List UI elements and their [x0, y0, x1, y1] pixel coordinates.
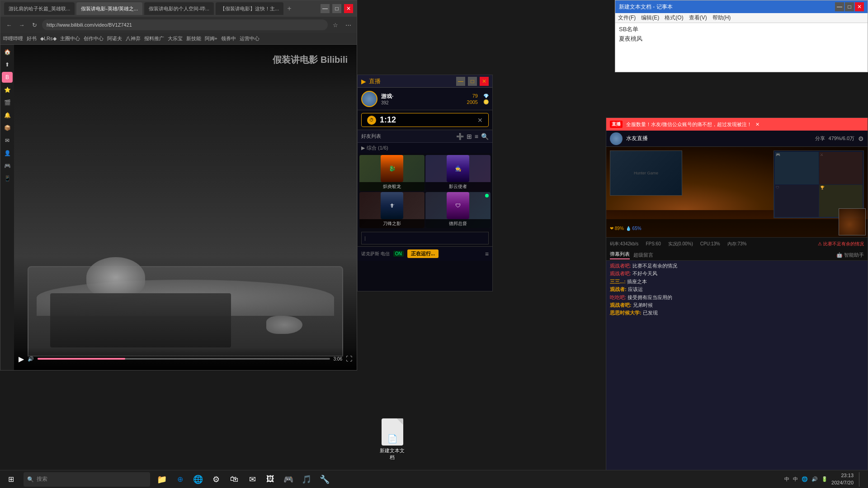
bookmark-0[interactable]: 哔哩哔哩: [3, 35, 23, 42]
play-btn[interactable]: ▶: [19, 355, 24, 363]
sidebar-icon-2[interactable]: B: [2, 72, 13, 83]
browser-tab-2[interactable]: 假装讲电影的个人空间-哔...: [144, 2, 214, 15]
bookmark-10[interactable]: 阿姆+: [205, 35, 217, 42]
url-bar[interactable]: http://www.bilibili.com/video/BV1Z7421: [42, 19, 328, 30]
new-tab-btn[interactable]: +: [287, 5, 291, 13]
start-button[interactable]: ⊞: [0, 470, 22, 488]
sidebar-home[interactable]: 🏠: [2, 47, 13, 57]
progress-bar[interactable]: [38, 358, 330, 360]
notepad-view-menu[interactable]: 查看(V): [689, 14, 707, 22]
sidebar-icon-8[interactable]: 👤: [2, 148, 13, 159]
bookmark-2[interactable]: ◆LRs◆: [40, 36, 57, 42]
notification-close[interactable]: ✕: [755, 122, 760, 127]
sidebar-icon-9[interactable]: 🎮: [2, 160, 13, 171]
timer-value: 1:12: [380, 115, 396, 125]
bookmark-7[interactable]: 报料推广: [144, 35, 164, 42]
browser-tab-3[interactable]: 【假装讲电影】这快！主...: [216, 2, 283, 15]
sidebar-icon-7[interactable]: ✉: [2, 135, 13, 146]
bookmark-3[interactable]: 主圈中心: [60, 35, 80, 42]
taskbar-mail[interactable]: ✉: [244, 471, 260, 488]
taskbar-settings[interactable]: ⚙: [208, 471, 224, 488]
fullscreen-btn[interactable]: ⛶: [346, 355, 352, 362]
bookmark-btn[interactable]: ☆: [330, 20, 340, 30]
status-menu-icon[interactable]: ≡: [485, 250, 489, 258]
maximize-btn[interactable]: □: [332, 4, 341, 13]
bookmark-4[interactable]: 创作中心: [84, 35, 104, 42]
overlay-minimize[interactable]: —: [456, 77, 465, 86]
notepad-help-menu[interactable]: 帮助(H): [712, 14, 731, 22]
chat-msg-2: 三三...: 插座之本: [610, 278, 864, 285]
notepad-close[interactable]: ✕: [855, 2, 864, 11]
champion-card-2[interactable]: 🗡 刀锋之影: [359, 192, 425, 228]
live-badge: 直播: [610, 121, 623, 128]
notepad-edit-menu[interactable]: 编辑(E): [641, 14, 659, 22]
show-desktop-btn[interactable]: [859, 472, 863, 487]
chat-user-5: 观战者吧:: [610, 302, 632, 308]
tray-network-icon[interactable]: 🌐: [802, 476, 808, 482]
taskbar-photos[interactable]: 🖼: [262, 471, 278, 488]
timer-close[interactable]: ✕: [477, 117, 483, 124]
share-btn[interactable]: 分享: [815, 135, 825, 142]
taskbar-edge[interactable]: ⊕: [172, 471, 188, 488]
taskbar-file-explorer[interactable]: 📁: [154, 471, 170, 488]
notepad-maximize[interactable]: □: [845, 2, 854, 11]
sidebar-icon-4[interactable]: 🎬: [2, 97, 13, 108]
browser-tab-0[interactable]: 游比肩的哈子长篇_英雄联...: [4, 2, 75, 15]
chat-helper-icon[interactable]: 🤖 智能助手: [836, 252, 864, 258]
friend-add-icon[interactable]: ➕: [456, 133, 464, 140]
reload-btn[interactable]: ↻: [29, 20, 39, 30]
chat-input-area[interactable]: |: [361, 232, 489, 244]
friend-search-icon[interactable]: 🔍: [481, 133, 489, 140]
forward-btn[interactable]: →: [17, 20, 27, 30]
chat-tab-active[interactable]: 弹幕列表: [610, 251, 630, 259]
file-icon-label: 新建文本文 档: [380, 447, 405, 461]
browser-tab-1[interactable]: 假装讲电影-英雄/英雄之...: [76, 2, 142, 15]
notepad-file-menu[interactable]: 文件(F): [618, 14, 636, 22]
bookmark-1[interactable]: 好书: [27, 35, 37, 42]
sidebar-icon-3[interactable]: ⭐: [2, 84, 13, 95]
friend-filter-icon[interactable]: ⊞: [467, 133, 472, 140]
stream-settings-icon[interactable]: ⚙: [858, 135, 864, 142]
taskbar-store[interactable]: 🛍: [226, 471, 242, 488]
sidebar-icon-10[interactable]: 📱: [2, 173, 13, 184]
bookmark-11[interactable]: 领券中: [221, 35, 236, 42]
champion-name-0: 炽炎蛟龙: [359, 182, 425, 191]
bookmark-12[interactable]: 运营中心: [240, 35, 259, 42]
chat-tab-super[interactable]: 超级留言: [633, 252, 653, 258]
stream-game-ui: ❤ 89% 💧 65%: [606, 219, 868, 237]
taskbar-chrome[interactable]: 🌐: [190, 471, 206, 488]
overlay-close[interactable]: ✕: [480, 77, 489, 86]
champion-card-0[interactable]: 🐉 炽炎蛟龙: [359, 155, 425, 191]
notepad-format-menu[interactable]: 格式(O): [665, 14, 683, 22]
notepad-content[interactable]: SB名单 夏夜桃风: [615, 23, 868, 72]
bookmark-5[interactable]: 阿诺夫: [107, 35, 122, 42]
bookmark-6[interactable]: 八神弃: [126, 35, 141, 42]
tray-volume-icon[interactable]: 🔊: [811, 476, 818, 482]
tray-battery-icon: 🔋: [821, 476, 828, 482]
video-controls[interactable]: ▶ 🔊 3:06 ⛶: [14, 347, 357, 370]
sidebar-icon-6[interactable]: 📦: [2, 122, 13, 133]
group-expand[interactable]: ▶: [361, 145, 365, 151]
minimize-btn[interactable]: —: [321, 4, 330, 13]
sidebar-icon-5[interactable]: 🔔: [2, 110, 13, 121]
bookmark-9[interactable]: 新技能: [186, 35, 201, 42]
close-btn[interactable]: ✕: [344, 4, 353, 13]
overlay-maximize[interactable]: □: [468, 77, 477, 86]
taskbar-search[interactable]: 🔍 搜索: [24, 472, 150, 487]
taskbar-extra[interactable]: 🔧: [316, 471, 333, 488]
volume-icon[interactable]: 🔊: [28, 356, 34, 362]
notepad-minimize[interactable]: —: [835, 2, 844, 11]
bookmark-8[interactable]: 大乐宝: [168, 35, 183, 42]
taskbar-music[interactable]: 🎵: [298, 471, 315, 488]
friend-menu-icon[interactable]: ≡: [475, 133, 478, 140]
settings-btn[interactable]: ⋯: [343, 20, 353, 30]
champion-card-1[interactable]: 🧙 影云使者: [425, 155, 491, 191]
status-game-name: 诺克萨斯 电信: [361, 251, 390, 257]
desktop-file-icon[interactable]: 📄 新建文本文 档: [380, 418, 405, 461]
video-player[interactable]: 假装讲电影 Bilibili ▶ 🔊 3:06 ⛶: [0, 45, 357, 370]
back-btn[interactable]: ←: [4, 20, 14, 30]
taskbar-game[interactable]: 🎮: [280, 471, 297, 488]
currency-icon-2: 🪙: [483, 99, 489, 104]
champion-card-3[interactable]: 🛡 德邦总督: [425, 192, 491, 228]
sidebar-icon-1[interactable]: ⬆: [2, 59, 13, 70]
